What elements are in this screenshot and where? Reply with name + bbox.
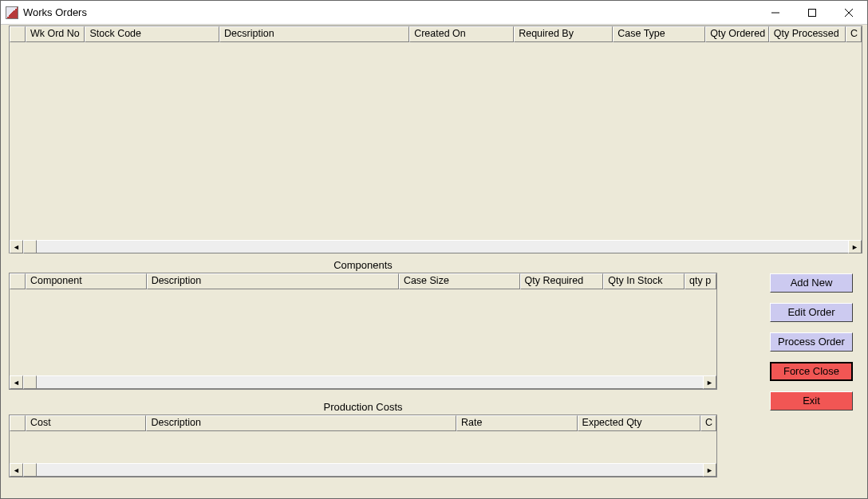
orders-grid-header: Wk Ord No Stock Code Decsription Created…: [10, 26, 862, 42]
column-header-selector[interactable]: [10, 26, 26, 42]
components-grid-header: Component Description Case Size Qty Requ…: [10, 273, 716, 289]
column-header-stock-code[interactable]: Stock Code: [85, 26, 219, 42]
column-header-required-by[interactable]: Required By: [514, 26, 613, 42]
column-header-description[interactable]: Decsription: [219, 26, 409, 42]
force-close-button[interactable]: Force Close: [770, 362, 853, 381]
column-header-qty-required[interactable]: Qty Required: [520, 273, 604, 289]
scroll-thumb[interactable]: [23, 375, 37, 389]
exit-button[interactable]: Exit: [770, 391, 853, 411]
orders-grid-hscroll[interactable]: ◄ ►: [10, 240, 862, 253]
column-header-qty-in-stock[interactable]: Qty In Stock: [603, 273, 685, 289]
title-bar: Works Orders: [1, 1, 867, 25]
action-buttons: Add New Edit Order Process Order Force C…: [770, 273, 853, 411]
costs-grid-hscroll[interactable]: ◄ ►: [10, 463, 716, 477]
scroll-track[interactable]: [37, 375, 703, 389]
costs-grid-header: Cost Description Rate Expected Qty C: [10, 415, 716, 431]
scroll-right-icon[interactable]: ►: [703, 375, 716, 389]
column-header-cost-description[interactable]: Description: [146, 415, 456, 431]
column-header-wk-ord-no[interactable]: Wk Ord No: [26, 26, 85, 42]
column-header-extra[interactable]: C: [846, 26, 862, 42]
column-header-qty-ordered[interactable]: Qty Ordered: [705, 26, 768, 42]
scroll-right-icon[interactable]: ►: [703, 463, 716, 477]
process-order-button[interactable]: Process Order: [770, 332, 853, 352]
maximize-button[interactable]: [794, 1, 831, 24]
column-header-case-size[interactable]: Case Size: [399, 273, 520, 289]
column-header-selector[interactable]: [10, 415, 26, 431]
scroll-left-icon[interactable]: ◄: [10, 463, 23, 477]
add-new-button[interactable]: Add New: [770, 273, 853, 293]
column-header-created-on[interactable]: Created On: [409, 26, 514, 42]
column-header-cost-extra[interactable]: C: [700, 415, 716, 431]
production-costs-label: Production Costs: [9, 399, 717, 415]
client-area: Wk Ord No Stock Code Decsription Created…: [1, 25, 867, 498]
components-section: Components Component Description Case Si…: [9, 257, 717, 390]
production-costs-section: Production Costs Cost Description Rate E…: [9, 399, 717, 477]
column-header-comp-description[interactable]: Description: [147, 273, 399, 289]
column-header-component[interactable]: Component: [26, 273, 147, 289]
scroll-left-icon[interactable]: ◄: [10, 240, 23, 253]
app-icon: [6, 6, 18, 19]
window-title: Works Orders: [23, 6, 757, 18]
scroll-left-icon[interactable]: ◄: [10, 375, 23, 389]
components-label: Components: [9, 257, 717, 273]
edit-order-button[interactable]: Edit Order: [770, 303, 853, 322]
column-header-expected-qty[interactable]: Expected Qty: [578, 415, 700, 431]
scroll-track[interactable]: [37, 240, 848, 253]
column-header-case-type[interactable]: Case Type: [613, 26, 705, 42]
costs-grid-body[interactable]: [10, 431, 716, 463]
close-button[interactable]: [831, 1, 867, 24]
scroll-thumb[interactable]: [23, 463, 37, 477]
scroll-right-icon[interactable]: ►: [848, 240, 862, 253]
components-grid-body[interactable]: [10, 289, 716, 375]
svg-rect-1: [809, 9, 816, 16]
window-controls: [757, 1, 867, 24]
scroll-thumb[interactable]: [23, 240, 37, 253]
column-header-rate[interactable]: Rate: [456, 415, 577, 431]
column-header-qty-processed[interactable]: Qty Processed: [769, 26, 846, 42]
column-header-selector[interactable]: [10, 273, 26, 289]
column-header-cost[interactable]: Cost: [26, 415, 146, 431]
minimize-button[interactable]: [757, 1, 794, 24]
orders-grid-body[interactable]: [10, 42, 862, 240]
scroll-track[interactable]: [37, 463, 703, 477]
orders-grid: Wk Ord No Stock Code Decsription Created…: [9, 26, 862, 253]
column-header-qty-extra[interactable]: qty p: [685, 273, 716, 289]
components-grid-hscroll[interactable]: ◄ ►: [10, 375, 716, 389]
